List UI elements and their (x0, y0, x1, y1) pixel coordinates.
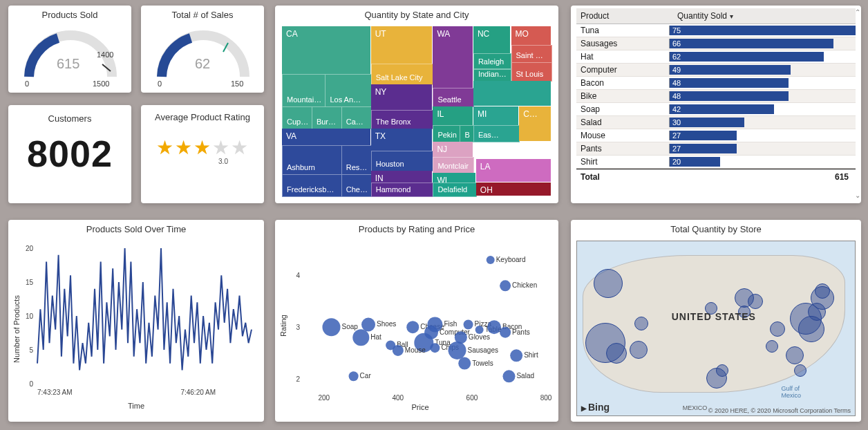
table-row[interactable]: Bike48 (576, 90, 856, 103)
scatter-point[interactable] (502, 370, 515, 382)
map-bubble[interactable] (786, 346, 804, 364)
treemap-city[interactable]: The Bronx (371, 110, 434, 129)
treemap-card[interactable]: Quantity by State and City CAMountai…Los… (275, 6, 558, 203)
star-icon: ★ (194, 137, 212, 158)
scatter-label: Shoes (377, 320, 396, 328)
table-row[interactable]: Salad30 (576, 116, 856, 129)
scatter-point[interactable] (510, 349, 522, 362)
treemap-city[interactable]: Fredericksb… (282, 174, 342, 197)
map-area[interactable]: UNITED STATES MEXICO Gulf of Mexico Bing… (576, 241, 856, 416)
scatter-point[interactable] (430, 343, 440, 353)
map-bubble[interactable] (794, 364, 806, 377)
scatter-label: Hat (370, 333, 381, 341)
treemap-city[interactable]: Indian… (473, 69, 512, 82)
scatter-point[interactable] (361, 317, 375, 331)
cell-product: Computer (576, 65, 669, 75)
treemap-city[interactable]: Raleigh (473, 53, 512, 69)
table-scrollbar[interactable]: ⌃ ⌄ (854, 8, 861, 199)
scatter-svg: Rating Price 234200400600800KeyboardChic… (275, 236, 558, 415)
table-row[interactable]: Sausages66 (576, 37, 856, 50)
line-chart-card[interactable]: Products Sold Over Time Number of Produc… (8, 220, 264, 422)
scatter-point[interactable] (393, 345, 404, 356)
star-icon: ★ (156, 137, 175, 158)
treemap-city[interactable]: Montclair (433, 157, 474, 173)
cell-qty: 27 (669, 144, 856, 153)
treemap-city[interactable]: Ca… (341, 106, 372, 129)
treemap-block[interactable]: OH (476, 183, 551, 196)
scatter-point[interactable] (406, 321, 419, 333)
treemap-city[interactable]: Seattle (433, 88, 474, 107)
scatter-label: Towels (472, 359, 493, 367)
treemap-city[interactable]: Delafield (433, 183, 476, 197)
map-bubble[interactable] (748, 294, 763, 309)
treemap-city[interactable]: Los An… (325, 74, 371, 107)
treemap-city[interactable]: St Louis (511, 62, 553, 82)
treemap-block[interactable]: LA (476, 159, 551, 182)
treemap-city[interactable]: Hammond (371, 183, 434, 197)
scatter-point[interactable] (458, 357, 471, 370)
treemap-city[interactable]: Ches… (341, 174, 372, 197)
table-row[interactable]: Tuna75 (576, 24, 856, 37)
scatter-point[interactable] (487, 320, 501, 334)
gauge-svg: 615 1400 0 1500 (8, 21, 131, 91)
products-sold-gauge-card[interactable]: Products Sold 615 1400 0 1500 (8, 6, 131, 93)
col-qty[interactable]: Quantity Sold▾ (673, 11, 856, 21)
scatter-point[interactable] (500, 327, 511, 338)
table-row[interactable]: Soap42 (576, 103, 856, 116)
svg-text:7:46:20 AM: 7:46:20 AM (180, 389, 216, 396)
card-title: Average Product Rating (141, 105, 264, 124)
scatter-point[interactable] (352, 329, 369, 346)
scatter-card[interactable]: Products by Rating and Price Rating Pric… (275, 220, 558, 422)
treemap-city[interactable]: Eas… (473, 125, 520, 143)
scatter-point[interactable] (487, 256, 495, 264)
table-row[interactable]: Shirt20 (576, 156, 856, 169)
scroll-up-icon[interactable]: ⌃ (855, 8, 860, 16)
svg-text:3: 3 (296, 324, 300, 331)
card-title: Total # of Sales (141, 6, 264, 21)
treemap-city[interactable]: Houston (371, 151, 434, 172)
customers-card[interactable]: Customers 8002 (8, 105, 131, 203)
table-row[interactable]: Hat62 (576, 50, 856, 64)
map-bubble[interactable] (815, 283, 830, 299)
cell-qty: 66 (669, 39, 856, 48)
star-icon: ★ (231, 137, 249, 158)
treemap-city[interactable]: Bur… (312, 106, 342, 129)
scroll-down-icon[interactable]: ⌄ (855, 191, 860, 199)
treemap-city[interactable]: Salt Lake City (371, 64, 434, 85)
scatter-label: Salad (516, 372, 534, 380)
map-card[interactable]: Total Quantity by Store UNITED STATES ME… (571, 220, 861, 422)
scatter-label: Sausages (468, 346, 498, 354)
table-row[interactable]: Mouse27 (576, 129, 856, 142)
treemap-city[interactable]: Pekin (433, 125, 460, 143)
scatter-point[interactable] (464, 319, 473, 329)
avg-rating-card[interactable]: Average Product Rating ★★★★★ 3.0 (141, 105, 264, 203)
star-icon: ★ (212, 137, 231, 158)
treemap-city[interactable]: Bat… (460, 125, 474, 143)
scatter-label: Gloves (469, 333, 490, 341)
treemap-area[interactable]: CAMountai…Los An…Cuper…Bur…Ca…VAAshburnR… (282, 26, 551, 196)
table-row[interactable]: Bacon48 (576, 77, 856, 90)
scatter-point[interactable] (500, 280, 511, 291)
treemap-city[interactable]: Cuper… (282, 106, 312, 129)
col-product[interactable]: Product (576, 11, 673, 21)
scatter-point[interactable] (449, 342, 466, 359)
svg-text:800: 800 (540, 394, 552, 402)
treemap-block[interactable]: C… (519, 106, 551, 142)
table-row[interactable]: Pants27 (576, 142, 856, 156)
scatter-point[interactable] (475, 326, 484, 334)
table-header[interactable]: Product Quantity Sold▾ (576, 8, 856, 24)
svg-text:400: 400 (393, 394, 404, 402)
scatter-point[interactable] (349, 371, 359, 381)
treemap-city[interactable]: Saint … (511, 45, 553, 63)
scatter-point[interactable] (322, 318, 340, 336)
treemap-block[interactable] (473, 81, 551, 106)
total-sales-gauge-card[interactable]: Total # of Sales 62 0 150 (141, 6, 264, 93)
treemap-city[interactable]: Ashburn (282, 145, 342, 175)
treemap-city[interactable]: Rest… (341, 145, 372, 175)
cell-qty: 27 (669, 131, 856, 140)
scatter-label: Shirt (524, 351, 538, 359)
quantity-table-card[interactable]: Product Quantity Sold▾ Tuna75Sausages66H… (571, 6, 861, 203)
treemap-city[interactable]: Mountai… (282, 74, 326, 107)
table-row[interactable]: Computer49 (576, 64, 856, 77)
scatter-label: Soap (341, 323, 358, 330)
